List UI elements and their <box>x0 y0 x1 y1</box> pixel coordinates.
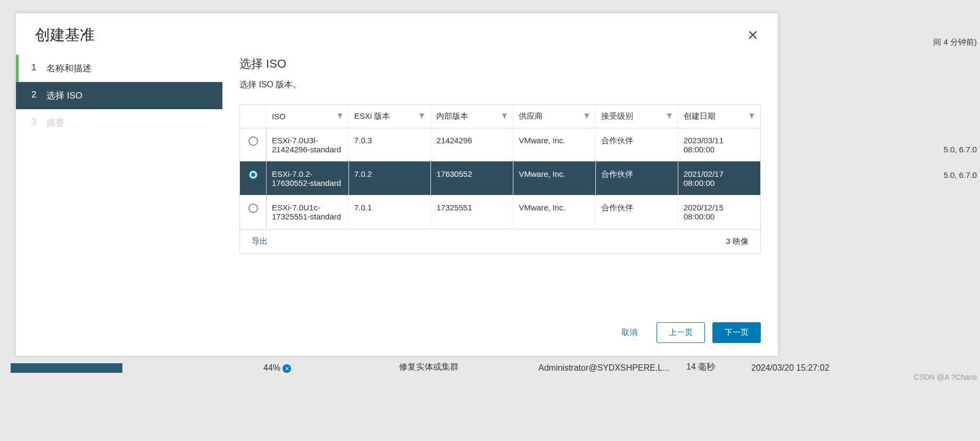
header-label: 供应商 <box>519 111 543 120</box>
modal-header: 创建基准 ✕ <box>16 13 778 52</box>
step-number: 3 <box>31 117 39 129</box>
iso-cell: ESXi-7.0U3l-21424296-standard <box>267 128 349 162</box>
next-button[interactable]: 下一页 <box>712 322 761 343</box>
header-label: ESXi 版本 <box>354 111 391 120</box>
vendor-cell: VMware, Inc. <box>513 128 596 162</box>
radio-icon[interactable] <box>248 203 258 213</box>
task-user: Administrator@SYDXSHPERE.L... <box>538 363 670 373</box>
wizard-step-summary: 3 摘要 <box>16 109 222 136</box>
task-name: 修复实体或集群 <box>399 362 459 373</box>
vendor-cell: VMware, Inc. <box>513 162 596 195</box>
step-label: 名称和描述 <box>46 62 92 75</box>
col-vendor-header[interactable]: 供应商 <box>513 105 596 128</box>
modal-title: 创建基准 <box>35 25 95 45</box>
wizard-step-select-iso[interactable]: 2 选择 ISO <box>16 82 222 109</box>
col-esxi-header[interactable]: ESXi 版本 <box>348 105 431 128</box>
watermark: CSDN @A ?Charis <box>914 373 977 381</box>
modal-body: 1 名称和描述 2 选择 ISO 3 摘要 选择 ISO 选择 ISO 版本。 <box>16 52 778 309</box>
step-label: 摘要 <box>46 117 64 129</box>
radio-icon[interactable] <box>248 170 258 179</box>
content-subtitle: 选择 ISO 版本。 <box>239 79 761 91</box>
modal-footer: 取消 上一页 下一页 <box>16 309 778 356</box>
content-title: 选择 ISO <box>239 56 761 72</box>
filter-icon[interactable] <box>666 112 672 121</box>
vendor-cell: VMware, Inc. <box>513 195 596 229</box>
accept-cell: 合作伙伴 <box>595 195 678 229</box>
header-label: 接受级别 <box>601 111 633 120</box>
created-cell: 2020/12/15 08:00:00 <box>678 195 760 229</box>
filter-icon[interactable] <box>501 112 508 121</box>
progress-percent: 44% ✕ <box>263 363 291 373</box>
table-footer: 导出 3 映像 <box>240 228 760 253</box>
build-cell: 17325551 <box>431 195 513 229</box>
task-duration: 14 毫秒 <box>686 362 715 373</box>
task-progress-bar <box>11 363 122 373</box>
header-label: ISO <box>272 112 286 121</box>
iso-cell: ESXi-7.0U1c-17325551-standard <box>267 195 349 229</box>
cancel-button[interactable]: 取消 <box>610 323 649 342</box>
created-cell: 2021/02/17 08:00:00 <box>678 162 760 195</box>
filter-icon[interactable] <box>749 112 755 121</box>
col-radio-header <box>240 105 267 128</box>
radio-cell[interactable] <box>240 195 267 229</box>
col-accept-header[interactable]: 接受级别 <box>595 105 678 128</box>
radio-icon[interactable] <box>248 136 258 146</box>
wizard-step-name-desc[interactable]: 1 名称和描述 <box>16 55 222 82</box>
step-number: 1 <box>31 62 39 75</box>
filter-icon[interactable] <box>419 112 425 121</box>
wizard-nav: 1 名称和描述 2 选择 ISO 3 摘要 <box>16 52 222 309</box>
accept-cell: 合作伙伴 <box>595 162 678 195</box>
col-iso-header[interactable]: ISO <box>267 105 349 128</box>
prev-button[interactable]: 上一页 <box>657 322 705 343</box>
backdrop-row-text: 5.0, 6.7.0 <box>943 145 977 154</box>
table-row[interactable]: ESXi-7.0U1c-17325551-standard7.0.1173255… <box>240 195 760 229</box>
table-count: 3 映像 <box>726 236 749 247</box>
filter-icon[interactable] <box>337 112 343 121</box>
col-created-header[interactable]: 创建日期 <box>678 105 760 128</box>
task-timestamp: 2024/03/20 15:27:02 <box>751 363 829 373</box>
build-cell: 21424296 <box>431 128 513 162</box>
accept-cell: 合作伙伴 <box>595 128 678 162</box>
filter-icon[interactable] <box>584 112 590 121</box>
iso-table-wrap: ISO ESXi 版本 内部版本 供应商 接受级别 创建日期 ESXi-7.0U… <box>239 104 761 254</box>
build-cell: 17630552 <box>431 162 513 195</box>
modal-content: 选择 ISO 选择 ISO 版本。 ISO ESXi 版本 内部版本 供应商 <box>222 52 778 309</box>
iso-table: ISO ESXi 版本 内部版本 供应商 接受级别 创建日期 ESXi-7.0U… <box>240 105 760 228</box>
radio-cell[interactable] <box>240 162 267 195</box>
backdrop-row-text: 5.0, 6.7.0 <box>943 170 977 179</box>
close-icon[interactable]: ✕ <box>745 26 761 44</box>
step-label: 选择 ISO <box>46 89 82 102</box>
created-cell: 2023/03/11 08:00:00 <box>678 128 760 162</box>
cancel-task-icon[interactable]: ✕ <box>283 364 291 373</box>
create-baseline-modal: 创建基准 ✕ 1 名称和描述 2 选择 ISO 3 摘要 选择 ISO 选择 I… <box>16 13 778 356</box>
esxi-cell: 7.0.1 <box>348 195 431 229</box>
backdrop-time-ago: 间 4 分钟前) <box>933 37 977 47</box>
header-label: 创建日期 <box>684 111 716 120</box>
esxi-cell: 7.0.2 <box>348 162 431 195</box>
table-row[interactable]: ESXi-7.0.2-17630552-standard7.0.21763055… <box>240 162 760 195</box>
step-number: 2 <box>31 89 39 102</box>
radio-cell[interactable] <box>240 128 267 162</box>
esxi-cell: 7.0.3 <box>348 128 431 162</box>
header-label: 内部版本 <box>436 111 468 120</box>
col-build-header[interactable]: 内部版本 <box>431 105 513 128</box>
table-row[interactable]: ESXi-7.0U3l-21424296-standard7.0.3214242… <box>240 128 760 162</box>
export-link[interactable]: 导出 <box>252 236 268 247</box>
iso-cell: ESXi-7.0.2-17630552-standard <box>267 162 349 195</box>
